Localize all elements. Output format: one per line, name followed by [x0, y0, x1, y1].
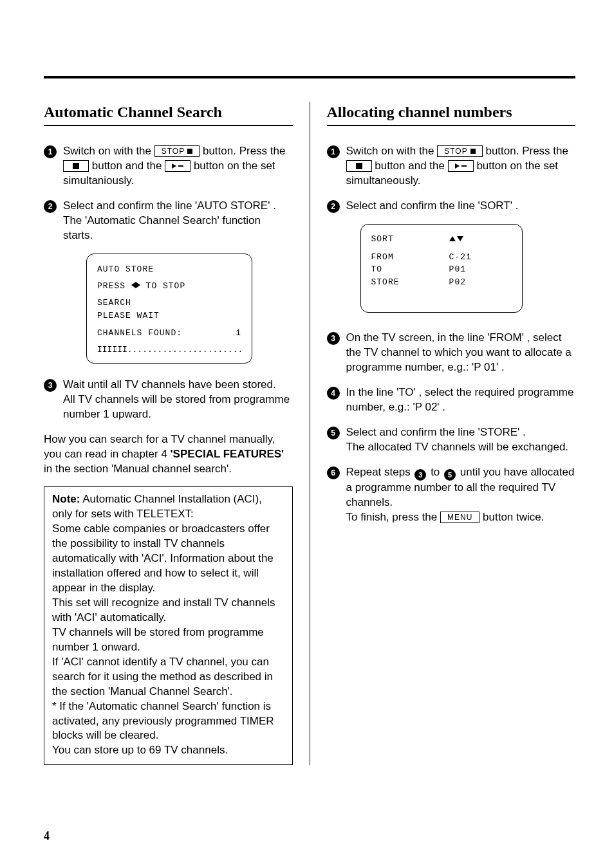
right-step-6: 6 Repeat steps 3 to 5 until you have all… — [327, 465, 576, 525]
left-step-2: 2 Select and confirm the line 'AUTO STOR… — [44, 199, 293, 243]
right-step-3: 3 On the TV screen, in the line 'FROM' ,… — [327, 331, 576, 375]
manual-search-paragraph: How you can search for a TV channel manu… — [44, 432, 293, 477]
osd-sort: SORT FROM C-21 TO P01 STORE P02 — [360, 224, 523, 313]
column-divider — [310, 102, 310, 765]
left-title-underline — [44, 125, 293, 126]
stop-square-icon — [187, 149, 192, 154]
note-lead: Note: — [52, 493, 80, 505]
note-l2: Some cable companies or broadcasters off… — [52, 522, 274, 594]
note-l5: If 'ACI' cannot identify a TV channel, y… — [52, 656, 273, 697]
stop-label-r: STOP — [444, 147, 467, 156]
step-badge-6r: 6 — [327, 466, 340, 479]
standby-triangle-icon — [172, 163, 176, 169]
stop-button-key: STOP — [154, 145, 200, 157]
left-step3-line1: Wait until all TV channels have been sto… — [63, 378, 276, 391]
left-step2-line2: The 'Automatic Channel Search' function … — [63, 214, 261, 241]
note-l3: This set will recognize and install TV c… — [52, 596, 275, 623]
osd-l2a: PRESS — [97, 281, 131, 291]
standby-triangle-icon-r — [455, 163, 460, 169]
osd-line1: AUTO STORE — [97, 263, 241, 276]
osd-auto-store: AUTO STORE PRESS TO STOP SEARCH PLEASE W… — [86, 254, 252, 364]
step-badge-2: 2 — [44, 200, 57, 213]
osd-store-label: STORE — [371, 277, 449, 290]
standby-dash-icon — [178, 165, 183, 167]
tv-square-icon-r — [356, 163, 362, 169]
osd-progress: IIIIII.................................. — [97, 344, 241, 356]
right-step6-e: button twice. — [483, 511, 544, 523]
right-step5-line1: Select and confirm the line 'STORE' . — [346, 426, 526, 438]
right-step4-text: In the line 'TO' , select the required p… — [346, 386, 574, 413]
left-step-3: 3 Wait until all TV channels have been s… — [44, 378, 293, 422]
note-l6: * If the 'Automatic channel Search' func… — [52, 700, 274, 742]
stop-label: STOP — [162, 147, 185, 156]
up-arrow-icon — [449, 236, 456, 241]
two-column-layout: Automatic Channel Search 1 Switch on wit… — [44, 102, 575, 765]
inline-badge-5: 5 — [444, 469, 456, 481]
step-badge-5r: 5 — [327, 427, 340, 439]
right-step-4: 4 In the line 'TO' , select the required… — [327, 385, 576, 415]
left-step1-text-b: button. Press the — [203, 145, 286, 157]
tv-button-key — [63, 160, 89, 172]
right-step-2: 2 Select and confirm the line 'SORT' . — [327, 199, 576, 214]
left-title: Automatic Channel Search — [44, 102, 293, 122]
left-column: Automatic Channel Search 1 Switch on wit… — [44, 102, 293, 765]
stop-square-icon-r — [470, 149, 476, 154]
page-number: 4 — [44, 828, 50, 844]
left-step1-text-c: button and the — [92, 160, 165, 172]
right-step6-b: to — [427, 466, 443, 478]
top-rule — [44, 76, 575, 78]
osd-to-value: P01 — [449, 264, 512, 277]
step-badge-2r: 2 — [327, 200, 340, 213]
right-title-underline — [327, 125, 576, 126]
right-step1-text-b: button. Press the — [485, 145, 568, 157]
right-step5-line2: The allocated TV channels will be exchan… — [346, 441, 569, 453]
right-step2-text: Select and confirm the line 'SORT' . — [346, 199, 519, 212]
down-arrow-icon — [457, 236, 463, 241]
stop-button-key-r: STOP — [437, 145, 482, 157]
right-step-1: 1 Switch on with the STOP button. Press … — [327, 144, 576, 189]
osd-from-value: C-21 — [449, 252, 512, 264]
note-l7: You can store up to 69 TV channels. — [52, 744, 228, 756]
osd-channels-found-label: CHANNELS FOUND: — [97, 327, 182, 340]
note-l1: Automatic Channel Installation (ACI), on… — [52, 493, 262, 520]
left-step3-line2: All TV channels will be stored from prog… — [63, 393, 290, 420]
tv-button-key-r — [346, 160, 372, 172]
left-step1-text-a: Switch on with the — [63, 145, 154, 157]
right-step1-text-c: button and the — [375, 160, 447, 172]
osd-line4: PLEASE WAIT — [97, 309, 241, 322]
osd-channels-found-value: 1 — [236, 327, 241, 340]
right-step3-text: On the TV screen, in the line 'FROM' , s… — [346, 331, 572, 373]
osd-line2: PRESS TO STOP — [97, 280, 241, 293]
inline-badge-3: 3 — [414, 469, 426, 481]
manual-c: in the section 'Manual channel search'. — [44, 463, 232, 475]
manual-b: 'SPECIAL FEATURES' — [171, 448, 284, 460]
right-title: Allocating channel numbers — [327, 102, 576, 122]
osd-from-label: FROM — [371, 252, 449, 264]
right-step6-a: Repeat steps — [346, 466, 414, 478]
standby-button-key — [165, 160, 191, 172]
right-column: Allocating channel numbers 1 Switch on w… — [327, 102, 576, 765]
step-badge-1: 1 — [44, 145, 57, 158]
tv-square-icon — [73, 163, 79, 169]
osd-to-label: TO — [371, 264, 449, 277]
standby-dash-icon-r — [461, 165, 467, 167]
left-step2-line1: Select and confirm the line 'AUTO STORE'… — [63, 199, 276, 212]
menu-button-key: MENU — [440, 512, 479, 523]
right-step-5: 5 Select and confirm the line 'STORE' . … — [327, 425, 576, 455]
right-step6-d: To finish, press the — [346, 511, 440, 523]
step-badge-4r: 4 — [327, 387, 340, 400]
step-badge-1r: 1 — [327, 145, 340, 158]
left-step-1: 1 Switch on with the STOP button. Press … — [44, 144, 293, 189]
step-badge-3: 3 — [44, 379, 57, 392]
note-l4: TV channels will be stored from programm… — [52, 626, 264, 653]
osd-store-value: P02 — [449, 277, 512, 290]
step-badge-3r: 3 — [327, 332, 340, 345]
standby-button-key-r — [448, 160, 474, 172]
right-step1-text-a: Switch on with the — [346, 145, 438, 157]
osd-l2b: TO STOP — [140, 281, 185, 291]
menu-label: MENU — [447, 513, 472, 522]
osd-line3: SEARCH — [97, 297, 241, 309]
osd-line5: CHANNELS FOUND: 1 — [97, 327, 241, 340]
note-box: Note: Automatic Channel Installation (AC… — [44, 486, 293, 765]
osd-sort-arrows — [449, 234, 512, 246]
